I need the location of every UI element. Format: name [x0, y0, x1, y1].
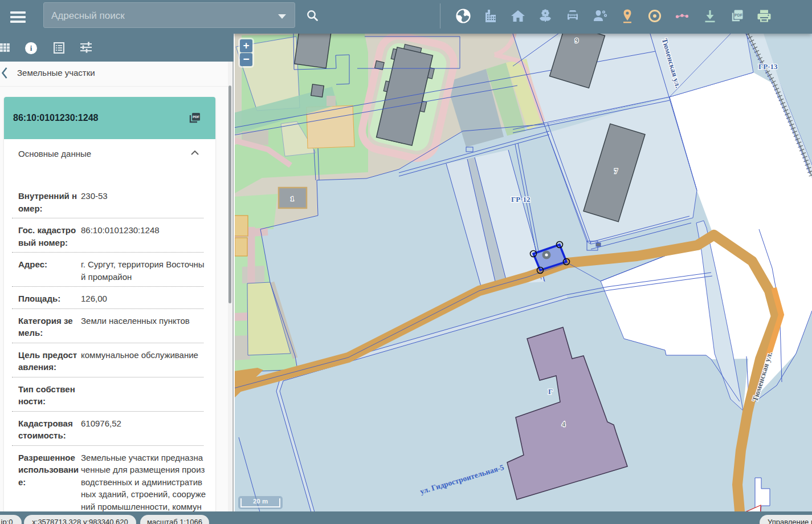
svg-text:9: 9 — [575, 36, 578, 44]
svg-text:ГР-12: ГР-12 — [511, 195, 531, 204]
svg-text:ГР-13: ГР-13 — [758, 62, 778, 71]
svg-text:7: 7 — [614, 167, 618, 175]
svg-text:1: 1 — [291, 195, 294, 202]
svg-text:4: 4 — [562, 420, 565, 428]
svg-text:PDF: PDF — [193, 115, 199, 119]
svg-text:PDF: PDF — [735, 13, 743, 17]
svg-text:Г: Г — [548, 387, 553, 396]
